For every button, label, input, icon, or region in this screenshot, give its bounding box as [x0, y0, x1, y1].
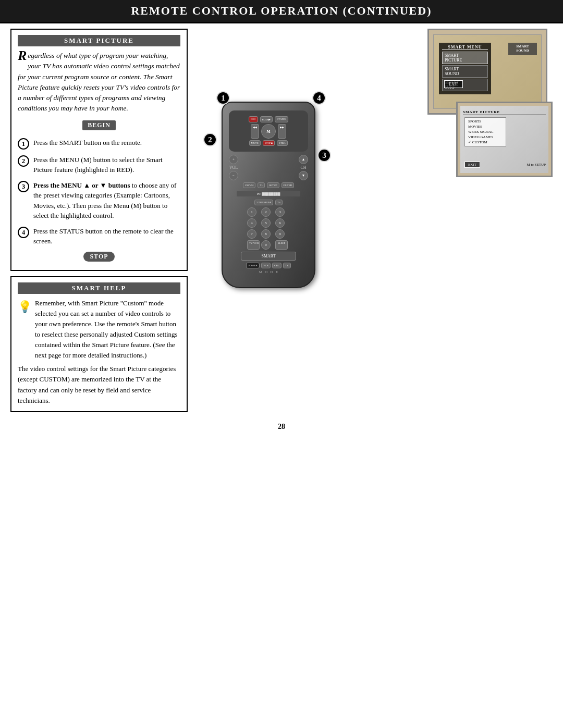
tv-button[interactable]: TV [283, 263, 291, 268]
num-3[interactable]: 3 [275, 207, 285, 217]
screen-inner-right: SMART PICTURE SPORTS MOVIES WEAK SIGNAL … [460, 106, 548, 173]
pip-label: PiP ▓▓▓▓▓▓▓▓ [237, 191, 300, 196]
tv-screen-bottom-right: SMART PICTURE SPORTS MOVIES WEAK SIGNAL … [456, 102, 553, 177]
setup-button[interactable]: SETUP [267, 182, 279, 188]
menu-title: SMART MENU [442, 45, 488, 50]
num-0[interactable]: 0 [261, 240, 271, 250]
ch-vsi-button[interactable]: CH/VSI [243, 182, 255, 188]
rec-button[interactable]: REC [249, 116, 258, 122]
vol-buttons: + VOL − [229, 155, 238, 180]
ch-up[interactable]: ▲ [299, 155, 308, 164]
step-1-text: Press the SMART button on the remote. [33, 138, 180, 148]
smart-sound-box: SMARTSOUND [508, 43, 537, 55]
menu-item-picture: SMARTPICTURE [442, 52, 488, 64]
intro-text-content: egardless of what type of program your w… [18, 52, 180, 112]
sp-menu-box: SPORTS MOVIES WEAK SIGNAL VIDEO GAMES CU… [464, 117, 506, 146]
sp-setup-label: M to SETUP [527, 163, 546, 167]
page-header: Remote Control Operation (Continued) [0, 0, 563, 23]
help-intro: 💡 Remember, with Smart Picture "Custom" … [18, 298, 180, 361]
sp-videogames: VIDEO GAMES [467, 134, 504, 140]
step-2-text: Press the MENU (M) button to select the … [33, 155, 180, 175]
ff-button[interactable]: ▶▶ [278, 124, 286, 139]
ch-buttons: ▲ CH ▼ [299, 155, 308, 180]
smart-help-box: Smart Help 💡 Remember, with Smart Pictur… [10, 276, 188, 412]
tv-vcr-button[interactable]: TV/VCR [247, 240, 260, 250]
help-paragraph-2: The video control settings for the Smart… [18, 364, 180, 406]
sp-movies: MOVIES [467, 124, 504, 129]
m-button[interactable]: M [261, 124, 276, 139]
vcr-mode-button[interactable]: VCR [261, 263, 271, 268]
step-bubble-3: 3 [317, 149, 331, 162]
step-3-circle: 3 [18, 181, 29, 192]
mode-label: M O D E [259, 270, 278, 274]
remote-container: 1 2 3 4 REC PLAY▶ STATUS ◀◀ M ▶▶ [209, 102, 328, 288]
step-3: 3 Press the MENU ▲ or ▼ buttons to choos… [18, 180, 180, 221]
mode-row: POWER VCR CBL TV [229, 263, 308, 268]
step-2: 2 Press the MENU (M) button to select th… [18, 155, 180, 175]
bulb-icon: 💡 [18, 298, 32, 316]
tuner-pip-button[interactable]: 2 TUNER PiP [254, 200, 274, 205]
step-4-circle: 4 [18, 227, 29, 238]
rew-button[interactable]: ◀◀ [251, 124, 259, 139]
remote-transport: REC PLAY▶ STATUS ◀◀ M ▶▶ MUTE STOP■ STIL… [229, 110, 308, 152]
number-grid: 1 2 3 4 5 6 7 8 9 TV/VCR 0 SLEEP [247, 207, 290, 250]
vol-up[interactable]: + [229, 155, 238, 164]
smart-menu-overlay: SMART MENU SMARTPICTURE SMARTSOUND SMART… [439, 43, 491, 94]
intro-paragraph: R egardless of what type of program your… [18, 51, 180, 114]
num-1[interactable]: 1 [247, 207, 256, 217]
t-plus-button[interactable]: T+ [275, 200, 283, 205]
num-6[interactable]: 6 [275, 218, 285, 228]
stop-badge: STOP [83, 252, 115, 262]
tuner-pip-row: 2 TUNER PiP T+ [229, 200, 308, 205]
num-4[interactable]: 4 [247, 218, 256, 228]
step-4: 4 Press the STATUS button on the remote … [18, 226, 180, 246]
step-bubble-1: 1 [216, 91, 230, 105]
num-2[interactable]: 2 [261, 207, 271, 217]
step-bubble-2: 2 [203, 133, 217, 146]
filter-button[interactable]: FILTER [282, 182, 294, 188]
smart-help-title: Smart Help [18, 282, 180, 294]
num-5[interactable]: 5 [261, 218, 271, 228]
begin-badge: BEGIN [82, 120, 116, 130]
help-paragraph-1: Remember, with Smart Picture "Custom" mo… [35, 298, 180, 361]
cbl-button[interactable]: CBL [272, 263, 282, 268]
drop-cap: R [18, 51, 27, 61]
page-number: 28 [0, 417, 563, 436]
mute-button[interactable]: MUTE [249, 140, 261, 146]
menu-item-sound: SMARTSOUND [442, 65, 488, 78]
step-2-circle: 2 [18, 155, 29, 167]
step-3-text: Press the MENU ▲ or ▼ buttons to choose … [33, 180, 180, 221]
right-column: SMART MENU SMARTPICTURE SMARTSOUND SMART… [193, 29, 553, 412]
screen-inner-top: SMART MENU SMARTPICTURE SMARTSOUND SMART… [433, 34, 542, 109]
smart-button[interactable]: SMART [241, 252, 296, 261]
step-4-text: Press the STATUS button on the remote to… [33, 226, 180, 246]
vol-ch-row: + VOL − ▲ CH ▼ [229, 155, 308, 180]
sp-sports: SPORTS [467, 119, 504, 124]
left-column: Smart Picture R egardless of what type o… [10, 29, 188, 412]
pip-row: CH/VSI T− SETUP FILTER [229, 182, 308, 188]
num-7[interactable]: 7 [247, 229, 256, 239]
vol-down[interactable]: − [229, 171, 238, 180]
ch-down[interactable]: ▼ [299, 171, 308, 180]
stop-button[interactable]: STOP■ [263, 140, 275, 146]
exit-btn-top: EXIT [444, 80, 463, 88]
status-button[interactable]: STATUS [275, 116, 288, 122]
sp-custom: CUSTOM [467, 140, 504, 145]
sp-weak: WEAK SIGNAL [467, 129, 504, 134]
num-9[interactable]: 9 [275, 229, 285, 239]
still-button[interactable]: STILL [277, 140, 288, 146]
header-title: Remote Control Operation (Continued) [131, 4, 432, 17]
smart-picture-title: Smart Picture [18, 35, 180, 46]
t-minus-button[interactable]: T− [258, 182, 265, 188]
num-8[interactable]: 8 [261, 229, 271, 239]
power-button[interactable]: POWER [246, 263, 260, 268]
play-button[interactable]: PLAY▶ [260, 116, 273, 122]
smart-picture-screen-label: SMART PICTURE [463, 110, 546, 115]
smart-picture-box: Smart Picture R egardless of what type o… [10, 29, 188, 271]
exit-btn-right: EXIT [464, 162, 480, 168]
step-bubble-4: 4 [312, 91, 326, 105]
step-1-circle: 1 [18, 138, 29, 150]
step-1: 1 Press the SMART button on the remote. [18, 138, 180, 150]
help-content: 💡 Remember, with Smart Picture "Custom" … [18, 298, 180, 406]
sleep-button[interactable]: SLEEP [275, 240, 288, 250]
